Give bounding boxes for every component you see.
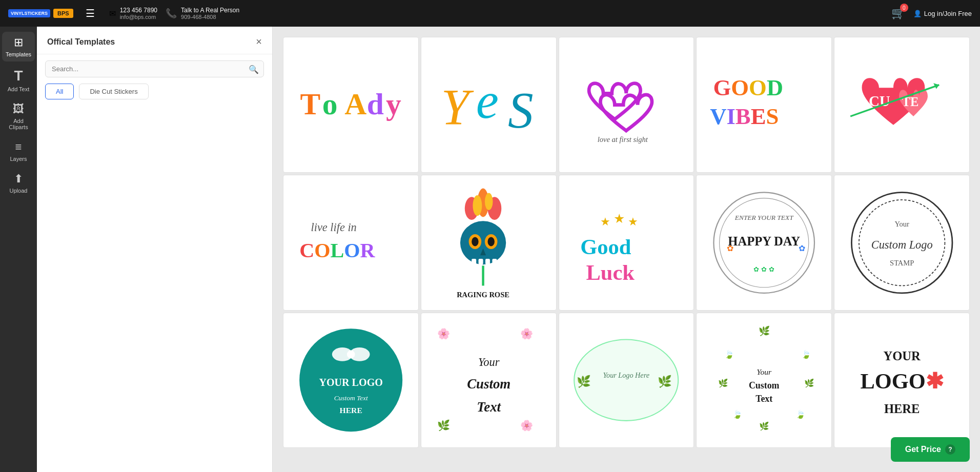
svg-text:🌿: 🌿 (759, 421, 769, 431)
svg-text:d: d (366, 87, 383, 121)
svg-text:🌸: 🌸 (520, 419, 534, 432)
main-canvas-area: T o A d y Y e S love at first sight (273, 27, 980, 472)
sidebar-item-templates[interactable]: ⊞ Templates (2, 32, 35, 61)
text-icon: T (14, 68, 23, 84)
svg-text:🌸: 🌸 (520, 327, 534, 340)
template-card-live-life-in-color[interactable]: live life in COLOR (283, 175, 419, 311)
templates-icon: ⊞ (14, 36, 23, 49)
template-card-your-custom-text-wreath[interactable]: 🌿 🍃 🌿 🍃 🌿 🍃 🌿 🍃 Your Custom Text (696, 313, 832, 448)
contact-email-area: ✉ 123 456 7890 info@bps.com (109, 7, 157, 20)
svg-text:Your: Your (757, 367, 772, 376)
panel-tabs: All Die Cut Stickers (37, 84, 272, 106)
svg-text:✿: ✿ (727, 244, 733, 253)
svg-text:★: ★ (628, 215, 638, 228)
template-card-yes[interactable]: Y e S (421, 37, 557, 173)
svg-text:✿: ✿ (799, 244, 805, 253)
sidebar-layers-label: Layers (10, 156, 27, 162)
svg-rect-29 (478, 258, 483, 264)
svg-text:Custom: Custom (749, 381, 780, 391)
svg-point-54 (347, 351, 355, 359)
svg-text:RAGING ROSE: RAGING ROSE (457, 290, 509, 298)
svg-text:✿ ✿ ✿: ✿ ✿ ✿ (754, 265, 774, 273)
tab-die-cut[interactable]: Die Cut Stickers (79, 84, 148, 99)
svg-text:GOOD: GOOD (713, 75, 784, 100)
svg-text:love at first sight: love at first sight (598, 135, 648, 143)
svg-text:y: y (386, 87, 401, 121)
talk-label: Talk to A Real Person (181, 7, 239, 14)
svg-text:e: e (476, 72, 498, 128)
svg-text:🌿: 🌿 (437, 419, 451, 432)
user-icon: 👤 (913, 10, 922, 17)
svg-text:YOUR LOGO: YOUR LOGO (319, 377, 382, 388)
svg-text:Your Logo Here: Your Logo Here (603, 371, 650, 379)
svg-text:🌸: 🌸 (437, 327, 451, 340)
sidebar-item-add-cliparts[interactable]: 🖼 Add Cliparts (2, 98, 35, 134)
sidebar-item-upload[interactable]: ⬆ Upload (2, 168, 35, 198)
svg-text:COLOR: COLOR (299, 238, 375, 261)
svg-text:HERE: HERE (884, 402, 920, 416)
logo-area: VINYLSTICKERS BPS (8, 9, 73, 18)
svg-point-22 (460, 221, 505, 264)
template-card-good-luck[interactable]: ★ ★ ★ Good Luck (559, 175, 695, 311)
svg-text:🌿: 🌿 (759, 326, 770, 337)
svg-text:HAPPY DAY: HAPPY DAY (728, 234, 800, 248)
svg-text:🌿: 🌿 (577, 375, 591, 388)
login-button[interactable]: 👤 Log in/Join Free (913, 10, 972, 17)
template-card-your-custom-text-floral[interactable]: 🌸 🌸 🌿 🌸 Your Custom Text (421, 313, 557, 448)
sidebar-upload-label: Upload (10, 188, 28, 194)
svg-point-25 (472, 237, 478, 246)
template-card-toady[interactable]: T o A d y (283, 37, 419, 173)
sidebar-templates-label: Templates (6, 51, 31, 57)
svg-rect-31 (492, 258, 497, 264)
svg-text:A: A (344, 87, 366, 121)
svg-text:HERE: HERE (339, 406, 362, 415)
panel-search-area: 🔍 (45, 60, 264, 77)
cart-button[interactable]: 🛒 0 (891, 7, 905, 20)
svg-text:🌿: 🌿 (658, 375, 672, 388)
svg-point-20 (473, 195, 482, 215)
svg-text:🍃: 🍃 (795, 410, 806, 420)
hamburger-menu-icon[interactable]: ☰ (86, 7, 95, 19)
panel-close-button[interactable]: × (256, 36, 262, 48)
talk-phone: 909-468-4808 (181, 14, 239, 20)
svg-text:STAMP: STAMP (890, 259, 914, 267)
svg-text:🍃: 🍃 (801, 350, 811, 359)
template-card-good-vibes[interactable]: GOOD VIBES (696, 37, 832, 173)
template-card-happy-day[interactable]: ENTER YOUR TEXT HAPPY DAY ✿ ✿ ✿ ✿ ✿ (696, 175, 832, 311)
vinyl-logo: VINYLSTICKERS (8, 9, 50, 17)
template-card-your-logo-here-oval[interactable]: 🌿 🌿 Your Logo Here (559, 313, 695, 448)
template-card-raging-rose[interactable]: RAGING ROSE (421, 175, 557, 311)
svg-text:🌿: 🌿 (718, 378, 728, 388)
svg-text:YOUR: YOUR (883, 349, 921, 363)
phone-area: 📞 Talk to A Real Person 909-468-4808 (166, 7, 239, 20)
svg-text:Good: Good (581, 235, 631, 259)
tab-all[interactable]: All (45, 84, 74, 99)
svg-text:★: ★ (601, 215, 611, 228)
phone-icon: 📞 (166, 8, 177, 19)
get-price-button[interactable]: Get Price ? (891, 437, 970, 462)
top-navigation: VINYLSTICKERS BPS ☰ ✉ 123 456 7890 info@… (0, 0, 980, 27)
bps-logo: BPS (53, 9, 73, 18)
template-card-cute[interactable]: CU TE (834, 37, 970, 173)
search-input[interactable] (45, 60, 264, 77)
svg-text:★: ★ (614, 211, 625, 225)
svg-text:Custom Text: Custom Text (334, 394, 368, 402)
svg-text:ENTER YOUR TEXT: ENTER YOUR TEXT (734, 214, 794, 221)
template-card-your-logo-teal[interactable]: YOUR LOGO Custom Text HERE (283, 313, 419, 448)
svg-text:LOGO✱: LOGO✱ (860, 370, 943, 394)
panel-header: Offical Templates × (37, 27, 272, 54)
template-card-custom-logo-stamp[interactable]: Your Custom Logo STAMP (834, 175, 970, 311)
sidebar-item-layers[interactable]: ≡ Layers (2, 136, 35, 166)
svg-text:T: T (300, 87, 320, 121)
template-card-love-at-first-sight[interactable]: love at first sight (559, 37, 695, 173)
get-price-icon: ? (945, 444, 955, 455)
template-card-your-logo-here-bold[interactable]: YOUR LOGO✱ HERE (834, 313, 970, 448)
search-button[interactable]: 🔍 (249, 64, 259, 74)
svg-text:🌿: 🌿 (804, 378, 814, 388)
sidebar-addtext-label: Add Text (8, 86, 30, 92)
phone-number: 123 456 7890 (120, 7, 157, 14)
svg-point-21 (484, 193, 493, 210)
upload-icon: ⬆ (14, 172, 23, 186)
svg-text:🍃: 🍃 (732, 410, 743, 420)
sidebar-item-add-text[interactable]: T Add Text (2, 64, 35, 96)
